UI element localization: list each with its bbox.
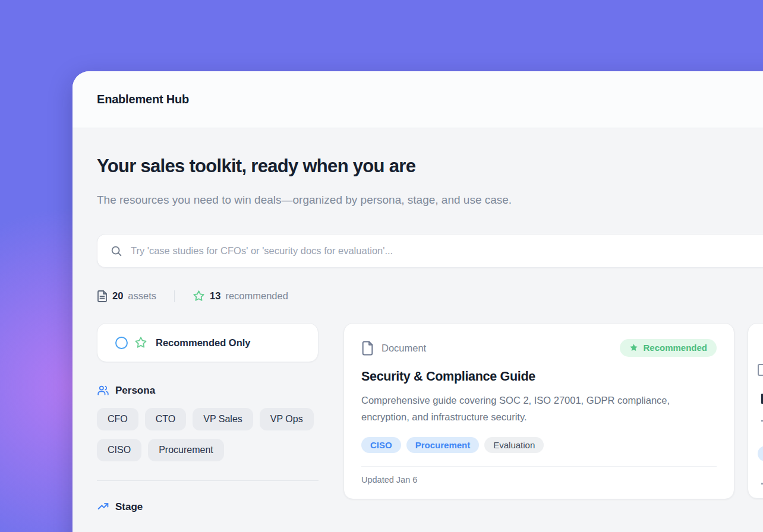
asset-type-label: Document (382, 343, 426, 354)
asset-title: Security & Compliance Guide (361, 369, 717, 384)
asset-card-list: Document Recommended Security & Complian… (343, 323, 763, 499)
clipped-file-icon (758, 364, 763, 376)
enablement-hub-window: Enablement Hub Your sales toolkit, ready… (72, 71, 763, 532)
trending-up-icon (97, 501, 109, 513)
page-title: Enablement Hub (97, 93, 189, 106)
asset-card-clipped[interactable] (748, 323, 763, 499)
asset-updated-date: Updated Jan 6 (361, 475, 717, 484)
star-filled-icon (629, 343, 638, 352)
search-icon (110, 245, 123, 258)
recommended-label: recommended (225, 290, 288, 302)
persona-chips: CFO CTO VP Sales VP Ops CISO Procurement (97, 408, 319, 461)
filters-sidebar: Recommended Only Persona CFO CTO VP Sale… (97, 323, 319, 513)
persona-chip-vp-sales[interactable]: VP Sales (193, 408, 253, 430)
stats-divider (174, 290, 175, 302)
star-outline-icon (134, 336, 147, 349)
persona-chip-cto[interactable]: CTO (145, 408, 186, 430)
page-header: Enablement Hub (72, 71, 763, 128)
star-outline-icon (193, 290, 205, 302)
stats-row: 20 assets 13 recommended (97, 290, 763, 302)
hero-title: Your sales toolkit, ready when you are (97, 156, 763, 177)
stage-section-header: Stage (97, 501, 319, 513)
recommended-badge-label: Recommended (643, 343, 707, 353)
persona-section-header: Persona (97, 384, 319, 397)
stage-section-label: Stage (115, 501, 143, 513)
users-icon (97, 384, 109, 397)
recommended-only-toggle[interactable]: Recommended Only (97, 323, 319, 362)
assets-stat: 20 assets (97, 290, 156, 302)
tag-evaluation[interactable]: Evaluation (484, 437, 544, 453)
persona-chip-vp-ops[interactable]: VP Ops (260, 408, 314, 430)
card-divider (361, 466, 717, 467)
tag-procurement[interactable]: Procurement (406, 437, 480, 453)
hero-subtitle: The resources you need to win deals—orga… (97, 189, 590, 211)
page-content: Your sales toolkit, ready when you are T… (72, 128, 763, 513)
persona-section-label: Persona (115, 385, 155, 397)
recommended-badge: Recommended (620, 339, 717, 357)
asset-tags: CISO Procurement Evaluation (361, 437, 717, 453)
search-input[interactable] (131, 245, 763, 256)
search-bar[interactable] (97, 234, 763, 268)
persona-chip-cfo[interactable]: CFO (97, 408, 138, 430)
clipped-tag-fragment (758, 446, 763, 461)
sidebar-divider (97, 480, 319, 481)
assets-label: assets (128, 290, 156, 302)
persona-chip-ciso[interactable]: CISO (97, 439, 141, 461)
asset-description: Comprehensive guide covering SOC 2, ISO … (361, 392, 715, 425)
persona-chip-procurement[interactable]: Procurement (148, 439, 224, 461)
radio-circle-icon[interactable] (115, 337, 128, 349)
recommended-stat: 13 recommended (193, 290, 288, 302)
file-icon (361, 341, 374, 356)
asset-type: Document (361, 341, 426, 356)
tag-ciso[interactable]: CISO (361, 437, 401, 453)
assets-count: 20 (112, 290, 123, 302)
file-text-icon (97, 290, 108, 302)
recommended-only-label: Recommended Only (156, 337, 251, 349)
recommended-count: 13 (210, 290, 220, 302)
asset-card-security-compliance-guide[interactable]: Document Recommended Security & Complian… (343, 323, 734, 499)
